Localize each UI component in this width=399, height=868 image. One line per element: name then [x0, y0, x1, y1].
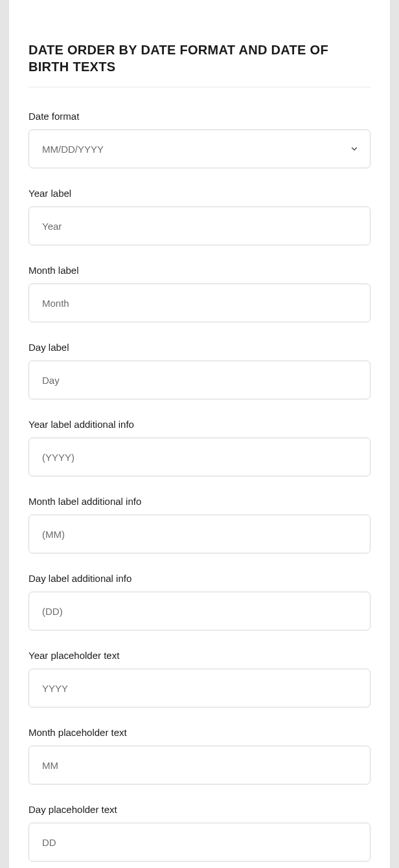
- year-placeholder-input[interactable]: [28, 669, 370, 707]
- year-label-info-label: Year label additional info: [28, 419, 370, 430]
- day-placeholder-input[interactable]: [28, 823, 370, 862]
- day-label-label: Day label: [28, 342, 370, 353]
- month-label-label: Month label: [28, 265, 370, 276]
- field-year-placeholder: Year placeholder text: [28, 650, 370, 707]
- date-format-select-wrapper: MM/DD/YYYY: [28, 129, 370, 168]
- page-wrapper: DATE ORDER BY DATE FORMAT AND DATE OF BI…: [0, 0, 399, 868]
- date-format-select[interactable]: MM/DD/YYYY: [28, 129, 370, 168]
- field-day-label-info: Day label additional info: [28, 573, 370, 630]
- field-year-label-info: Year label additional info: [28, 419, 370, 476]
- date-format-label: Date format: [28, 111, 370, 122]
- field-month-label-info: Month label additional info: [28, 496, 370, 553]
- field-day-placeholder: Day placeholder text: [28, 804, 370, 862]
- settings-card: DATE ORDER BY DATE FORMAT AND DATE OF BI…: [9, 0, 390, 868]
- year-placeholder-label: Year placeholder text: [28, 650, 370, 661]
- section-title: DATE ORDER BY DATE FORMAT AND DATE OF BI…: [28, 41, 370, 87]
- month-label-info-label: Month label additional info: [28, 496, 370, 507]
- year-label-info-input[interactable]: [28, 438, 370, 476]
- field-year-label: Year label: [28, 188, 370, 245]
- field-day-label: Day label: [28, 342, 370, 399]
- month-label-info-input[interactable]: [28, 515, 370, 553]
- field-month-placeholder: Month placeholder text: [28, 727, 370, 785]
- day-label-info-label: Day label additional info: [28, 573, 370, 584]
- day-placeholder-label: Day placeholder text: [28, 804, 370, 815]
- day-label-info-input[interactable]: [28, 592, 370, 630]
- field-date-format: Date format MM/DD/YYYY: [28, 111, 370, 168]
- year-label-input[interactable]: [28, 206, 370, 245]
- month-placeholder-label: Month placeholder text: [28, 727, 370, 738]
- month-placeholder-input[interactable]: [28, 746, 370, 785]
- month-label-input[interactable]: [28, 284, 370, 322]
- year-label-label: Year label: [28, 188, 370, 199]
- day-label-input[interactable]: [28, 361, 370, 399]
- field-month-label: Month label: [28, 265, 370, 322]
